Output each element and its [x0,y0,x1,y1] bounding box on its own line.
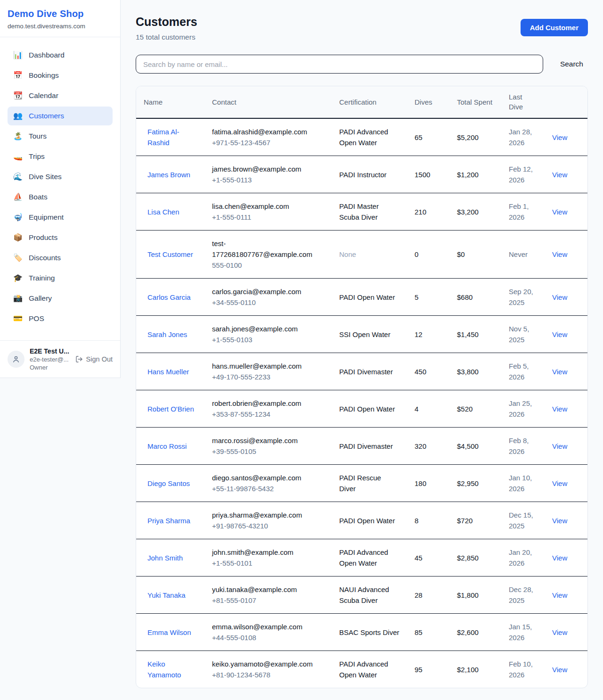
gallery-icon: 📸 [13,293,23,304]
sidebar-item-label: Training [29,273,55,283]
sidebar-item-tours[interactable]: 🏝️ Tours [8,127,113,146]
customer-dives: 450 [415,368,426,376]
customer-name-link[interactable]: Hans Mueller [147,368,189,376]
customer-certification: PADI Advanced Open Water [339,128,388,147]
sidebar-item-gallery[interactable]: 📸 Gallery [8,289,113,308]
page-subtitle: 15 total customers [136,33,197,41]
shop-header: Demo Dive Shop demo.test.divestreams.com [0,0,120,37]
add-customer-button[interactable]: Add Customer [521,19,588,36]
sidebar-item-label: Dashboard [29,50,65,60]
products-icon: 📦 [13,232,23,243]
customer-phone: +353-87-555-1234 [212,409,324,420]
sidebar-item-discounts[interactable]: 🏷️ Discounts [8,248,113,267]
customer-phone: +55-11-99876-5432 [212,483,324,494]
sidebar-item-label: Bookings [29,70,59,81]
view-link[interactable]: View [552,133,567,141]
view-link[interactable]: View [552,250,567,258]
search-button[interactable]: Search [555,57,588,71]
view-link[interactable]: View [552,666,567,674]
customer-total-spent: $1,450 [457,330,479,338]
customer-name-link[interactable]: Sarah Jones [147,330,187,338]
customer-dives: 95 [415,666,423,674]
customer-total-spent: $2,100 [457,666,479,674]
customer-email: fatima.alrashid@example.com [212,126,324,137]
page-title: Customers [136,15,197,29]
customer-name-link[interactable]: Keiko Yamamoto [147,660,181,679]
customer-phone: +49-170-555-2233 [212,371,324,382]
customer-name-link[interactable]: Marco Rossi [147,442,187,450]
column-header: Name [136,86,204,118]
column-header: Contact [204,86,332,118]
customer-dives: 28 [415,591,423,599]
customer-name-link[interactable]: Lisa Chen [147,208,179,216]
view-link[interactable]: View [552,554,567,562]
trips-icon: 🚤 [13,151,23,162]
sidebar-item-label: POS [29,313,44,324]
customer-name-link[interactable]: Diego Santos [147,479,190,487]
sidebar-item-label: Tours [29,131,47,141]
customer-certification: NAUI Advanced Scuba Diver [339,585,389,604]
customer-email: carlos.garcia@example.com [212,286,324,297]
customer-name-link[interactable]: Carlos Garcia [147,293,191,301]
sidebar-item-pos[interactable]: 💳 POS [8,309,113,328]
customer-name-link[interactable]: Priya Sharma [147,517,190,525]
table-row: Robert O'Brien robert.obrien@example.com… [136,390,588,428]
sidebar-item-training[interactable]: 🎓 Training [8,269,113,288]
customer-phone: +81-555-0107 [212,595,324,606]
pos-icon: 💳 [13,313,23,324]
sidebar-item-calendar[interactable]: 📆 Calendar [8,86,113,105]
sidebar-item-trips[interactable]: 🚤 Trips [8,147,113,166]
sidebar-item-dashboard[interactable]: 📊 Dashboard [8,46,113,65]
column-header: Total Spent [449,86,501,118]
view-link[interactable]: View [552,330,567,338]
customer-name-link[interactable]: Robert O'Brien [147,405,194,413]
customer-name-link[interactable]: James Brown [147,171,190,179]
view-link[interactable]: View [552,591,567,599]
view-link[interactable]: View [552,628,567,636]
sidebar-item-dive-sites[interactable]: 🌊 Dive Sites [8,167,113,186]
customer-certification: PADI Rescue Diver [339,474,381,493]
sidebar-item-boats[interactable]: ⛵ Boats [8,188,113,206]
customer-last-dive: Feb 1, 2026 [509,202,529,221]
view-link[interactable]: View [552,405,567,413]
customer-name-link[interactable]: John Smith [147,554,183,562]
equipment-icon: 🤿 [13,212,23,222]
view-link[interactable]: View [552,208,567,216]
sign-out-button[interactable]: Sign Out [75,355,113,363]
column-header: Dives [407,86,449,118]
view-link[interactable]: View [552,517,567,525]
view-link[interactable]: View [552,368,567,376]
sidebar-nav: 📊 Dashboard 📅 Bookings 📆 Calendar 👥 Cust… [0,37,120,340]
view-link[interactable]: View [552,479,567,487]
person-icon [12,355,20,363]
customer-certification: PADI Open Water [339,517,395,525]
customer-name-link[interactable]: Fatima Al-Rashid [147,128,179,147]
view-link[interactable]: View [552,293,567,301]
customer-total-spent: $1,200 [457,171,479,179]
customer-name-link[interactable]: Test Customer [147,250,193,258]
customer-email: john.smith@example.com [212,547,324,558]
view-link[interactable]: View [552,171,567,179]
customer-total-spent: $0 [457,250,465,258]
sidebar-item-label: Products [29,232,57,243]
customer-last-dive: Jan 28, 2026 [509,128,532,147]
shop-domain: demo.test.divestreams.com [8,23,113,30]
sidebar-item-label: Customers [29,111,64,121]
customer-dives: 210 [415,208,426,216]
sidebar-item-bookings[interactable]: 📅 Bookings [8,66,113,85]
customer-name-link[interactable]: Emma Wilson [147,628,191,636]
customer-name-link[interactable]: Yuki Tanaka [147,591,186,599]
customer-total-spent: $520 [457,405,473,413]
table-row: Lisa Chen lisa.chen@example.com +1-555-0… [136,193,588,231]
customer-email: priya.sharma@example.com [212,510,324,520]
customer-phone: 555-0100 [212,260,324,271]
sidebar-item-products[interactable]: 📦 Products [8,228,113,247]
sidebar-item-label: Boats [29,192,48,202]
sidebar-item-equipment[interactable]: 🤿 Equipment [8,208,113,227]
customer-phone: +44-555-0108 [212,632,324,643]
view-link[interactable]: View [552,442,567,450]
search-input[interactable] [136,55,543,74]
customer-email: lisa.chen@example.com [212,201,324,212]
table-header: NameContactCertificationDivesTotal Spent… [136,86,588,118]
sidebar-item-customers[interactable]: 👥 Customers [8,107,113,125]
